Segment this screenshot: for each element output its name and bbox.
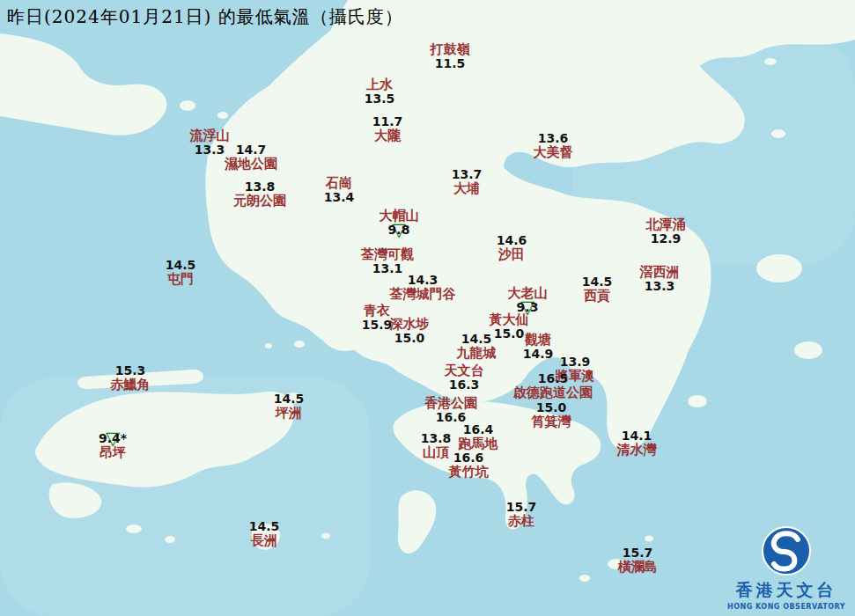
station-value: 14.6 — [497, 233, 527, 247]
station-value: 16.6 — [449, 451, 489, 465]
station-大老山: 大老山▽9.3 — [508, 286, 548, 314]
station-name: 啟德跑道公園 — [513, 385, 593, 400]
hko-minimum-temperature-map-page: 昨日(2024年01月21日) 的最低氣溫（攝氏度） 打鼓嶺11.5上水13.5… — [0, 0, 855, 616]
station-value: 15.7 — [618, 546, 658, 560]
station-長洲: 14.5長洲 — [249, 519, 280, 547]
station-value: 13.3 — [640, 279, 680, 293]
station-name: 流浮山 — [190, 128, 230, 143]
station-name: 滘西洲 — [640, 265, 680, 279]
station-value: 14.9 — [523, 347, 554, 361]
station-value: 15.9 — [362, 318, 393, 332]
station-value: 11.5 — [431, 56, 470, 70]
station-name: 屯門 — [166, 272, 196, 286]
station-大埔: 13.7大埔 — [452, 167, 483, 195]
station-跑馬地: 16.4跑馬地 — [459, 422, 498, 451]
station-name: 濕地公園 — [225, 157, 277, 171]
station-value: 13.3 — [190, 143, 230, 157]
station-昂坪: ▽9.4*昂坪 — [99, 431, 127, 459]
station-name: 青衣 — [362, 304, 393, 318]
station-北潭涌: 北潭涌12.9 — [646, 217, 686, 246]
station-青衣: 青衣15.9 — [362, 304, 393, 332]
station-name: 香港公園 — [424, 396, 477, 410]
station-name: 山頂 — [421, 445, 452, 459]
station-name: 坪洲 — [274, 406, 305, 420]
station-value: 15.0 — [390, 331, 430, 345]
observatory-name-english: HONG KONG OBSERVATORY — [725, 603, 848, 611]
station-name: 赤柱 — [506, 514, 537, 528]
station-滘西洲: 滘西洲13.3 — [640, 265, 680, 293]
stations-layer: 打鼓嶺11.5上水13.511.7大隴流浮山13.313.6大美督14.7濕地公… — [0, 0, 855, 616]
station-value: 13.6 — [534, 131, 573, 145]
station-value-text: 9.8 — [388, 223, 410, 237]
station-name: 天文台 — [445, 363, 484, 378]
station-name: 橫瀾島 — [618, 560, 658, 574]
station-濕地公園: 14.7濕地公園 — [225, 143, 277, 171]
station-value: 13.8 — [421, 431, 452, 445]
station-name: 石崗 — [324, 176, 355, 190]
station-天文台: 天文台16.3 — [445, 363, 484, 392]
station-value: 14.3 — [390, 273, 456, 287]
station-value: 13.4 — [324, 190, 355, 204]
station-name: 荃灣可觀 — [361, 247, 414, 261]
station-name: 筲箕灣 — [532, 414, 571, 429]
observatory-name-chinese: 香港天文台 — [725, 579, 848, 602]
station-荃灣城門谷: 14.3荃灣城門谷 — [390, 273, 456, 301]
station-name: 跑馬地 — [459, 436, 498, 451]
station-九龍城: 14.5九龍城 — [457, 332, 497, 360]
observatory-logo-icon — [760, 524, 813, 577]
station-name: 北潭涌 — [646, 217, 686, 231]
station-打鼓嶺: 打鼓嶺11.5 — [431, 42, 470, 70]
station-value: 13.7 — [452, 167, 483, 181]
station-name: 黃竹坑 — [449, 465, 489, 479]
station-name: 黃大仙 — [490, 312, 529, 326]
station-name: 觀塘 — [523, 333, 554, 347]
station-value: 13.5 — [365, 92, 395, 106]
station-黃竹坑: 16.6黃竹坑 — [449, 451, 489, 479]
station-坪洲: 14.5坪洲 — [274, 392, 305, 420]
station-筲箕灣: 15.0筲箕灣 — [532, 400, 571, 429]
station-清水灣: 14.1清水灣 — [617, 429, 657, 457]
station-大帽山: 大帽山▽9.8 — [380, 209, 419, 237]
observatory-logo: 香港天文台 HONG KONG OBSERVATORY — [725, 524, 848, 611]
station-value: 14.7 — [225, 143, 277, 157]
station-山頂: 13.8山頂 — [421, 431, 452, 459]
station-觀塘: 觀塘14.9 — [523, 333, 554, 361]
station-西貢: 14.5西貢 — [582, 275, 613, 303]
station-深水埗: 深水埗15.0 — [390, 317, 430, 345]
station-沙田: 14.6沙田 — [497, 233, 527, 261]
station-元朗公園: 13.8元朗公園 — [233, 180, 286, 208]
station-value: 15.7 — [506, 500, 537, 514]
station-name: 清水灣 — [617, 443, 657, 457]
station-value: ▽9.4* — [99, 431, 127, 445]
station-value: 11.7 — [372, 114, 403, 128]
station-value: 15.0 — [532, 400, 571, 414]
station-name: 大埔 — [452, 181, 483, 195]
station-赤鱲角: 15.3赤鱲角 — [111, 363, 151, 392]
station-value-text: 9.4* — [99, 431, 127, 445]
station-value: 13.9 — [556, 355, 595, 369]
station-name: 上水 — [365, 77, 395, 92]
station-啟德跑道公園: 16.5啟德跑道公園 — [513, 371, 593, 400]
station-value: 16.4 — [459, 422, 498, 436]
station-大美督: 13.6大美督 — [534, 131, 573, 159]
station-value: 14.5 — [274, 392, 305, 406]
station-name: 深水埗 — [390, 317, 430, 331]
station-石崗: 石崗13.4 — [324, 176, 355, 204]
station-value: 16.5 — [513, 371, 593, 385]
station-value: 14.1 — [617, 429, 657, 443]
station-value: 13.8 — [233, 180, 286, 194]
station-赤柱: 15.7赤柱 — [506, 500, 537, 528]
station-name: 荃灣城門谷 — [390, 287, 456, 301]
station-上水: 上水13.5 — [365, 77, 395, 106]
station-屯門: 14.5屯門 — [166, 258, 196, 286]
station-value: 15.3 — [111, 363, 151, 378]
station-name: 大隴 — [372, 128, 403, 143]
station-name: 大美督 — [534, 145, 573, 159]
station-name: 長洲 — [249, 533, 280, 547]
station-荃灣可觀: 荃灣可觀13.1 — [361, 247, 414, 275]
station-value: 14.5 — [457, 332, 497, 346]
station-value: 16.3 — [445, 378, 484, 392]
station-name: 赤鱲角 — [111, 378, 151, 392]
station-value: 14.5 — [166, 258, 196, 272]
station-流浮山: 流浮山13.3 — [190, 128, 230, 157]
